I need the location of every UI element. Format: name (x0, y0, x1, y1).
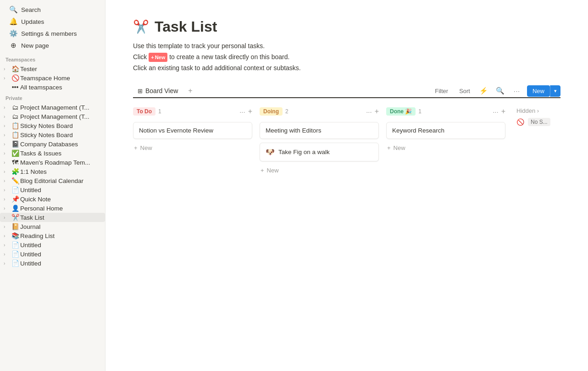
card-card-1[interactable]: Notion vs Evernote Review (133, 122, 252, 139)
sidebar-item-maven-roadmap[interactable]: › 🗺 Maven's Roadmap Tem... (0, 158, 105, 167)
sidebar-item-task-list[interactable]: › ✂️ Task List (0, 213, 105, 222)
sidebar-item-tester[interactable]: › 🏠 Tester (0, 64, 105, 73)
chevron-icon: › (4, 76, 10, 81)
add-card-doing[interactable]: + New (260, 165, 379, 176)
column-menu-doing[interactable]: ··· (366, 108, 372, 116)
sidebar-items-list: › 🗂 Project Management (T... › 🗂 Project… (0, 103, 105, 268)
item-label: Untitled (20, 187, 103, 194)
sidebar-item-quick-note[interactable]: › 📌 Quick Note (0, 194, 105, 204)
item-label: Sticky Notes Board (20, 122, 103, 129)
column-add-done[interactable]: + (501, 107, 505, 116)
item-label: Project Management (T... (20, 104, 103, 111)
chevron-icon: › (4, 233, 10, 238)
sidebar-item-project-mgmt-2[interactable]: › 🗂 Project Management (T... (0, 112, 105, 121)
page-description: Use this template to track your personal… (133, 41, 560, 73)
sidebar-item-settings[interactable]: ⚙️ Settings & members (4, 28, 101, 39)
page-icon: ✂️ (133, 19, 149, 34)
settings-icon: ⚙️ (9, 29, 17, 38)
sidebar-item-1on1-notes[interactable]: › 🧩 1:1 Notes (0, 167, 105, 176)
sidebar-item-personal-home[interactable]: › 👤 Personal Home (0, 204, 105, 213)
item-icon: 🗂 (10, 104, 20, 111)
hidden-column-header: Hidden › (513, 105, 560, 116)
sidebar-item-sticky-notes-2[interactable]: › 📋 Sticky Notes Board (0, 130, 105, 139)
chevron-icon: › (4, 215, 10, 220)
chevron-icon: › (4, 252, 10, 257)
sidebar-item-company-db[interactable]: › 📓 Company Databases (0, 139, 105, 149)
card-title: Keyword Research (392, 127, 444, 134)
chevron-icon: › (4, 261, 10, 266)
chevron-icon: › (4, 142, 10, 147)
card-title: Notion vs Evernote Review (139, 127, 213, 134)
new-button-group: New ▾ (527, 85, 560, 97)
item-icon: 📋 (10, 131, 20, 138)
column-count-doing: 2 (285, 108, 288, 115)
add-card-todo[interactable]: + New (133, 143, 252, 153)
desc-line2: Click + New to create a new task directl… (133, 52, 560, 63)
column-header-done: Done 🎉 1 ··· + (386, 105, 505, 117)
sidebar-item-journal[interactable]: › 📔 Journal (0, 222, 105, 231)
teamspaces-label: Teamspaces (0, 53, 105, 64)
column-count-todo: 1 (158, 108, 161, 115)
add-icon: + (261, 167, 264, 174)
sidebar: 🔍 Search 🔔 Updates ⚙️ Settings & members… (0, 0, 105, 371)
sidebar-item-new-page[interactable]: ⊕ New page (4, 39, 101, 51)
sidebar-item-all-teamspaces[interactable]: ••• All teamspaces (0, 83, 105, 92)
card-emoji: 🐶 (266, 148, 275, 156)
sidebar-item-untitled-1[interactable]: › 📄 Untitled (0, 185, 105, 194)
column-header-doing: Doing 2 ··· + (260, 105, 379, 117)
item-icon: 📋 (10, 122, 20, 129)
new-button-arrow[interactable]: ▾ (550, 85, 560, 97)
new-button[interactable]: New (527, 85, 550, 97)
sidebar-item-reading-list[interactable]: › 📚 Reading List (0, 231, 105, 240)
column-add-todo[interactable]: + (248, 107, 252, 116)
sidebar-item-project-mgmt-1[interactable]: › 🗂 Project Management (T... (0, 103, 105, 112)
chevron-icon: › (4, 243, 10, 248)
chevron-icon: › (4, 123, 10, 128)
card-card-2[interactable]: Meeting with Editors (260, 122, 379, 139)
sidebar-item-untitled-4[interactable]: › 📄 Untitled (0, 259, 105, 268)
sidebar-item-sticky-notes-1[interactable]: › 📋 Sticky Notes Board (0, 121, 105, 130)
item-icon: 🗂 (10, 113, 20, 120)
more-button[interactable]: ··· (510, 84, 523, 97)
teamspace-home-icon: 🚫 (10, 74, 20, 82)
item-label: Tasks & Issues (20, 150, 103, 157)
sidebar-item-updates[interactable]: 🔔 Updates (4, 16, 101, 28)
search-button[interactable]: 🔍 (494, 84, 507, 97)
item-label: Reading List (20, 233, 103, 239)
item-icon: 📄 (10, 241, 20, 249)
item-icon: 🧩 (10, 168, 20, 175)
chevron-icon: › (4, 151, 10, 156)
sidebar-item-search[interactable]: 🔍 Search (4, 4, 101, 16)
item-label: Blog Editorial Calendar (20, 177, 103, 184)
card-card-3[interactable]: 🐶 Take Fig on a walk (260, 143, 379, 161)
add-view-button[interactable]: + (184, 85, 196, 97)
lightning-button[interactable]: ⚡ (477, 84, 490, 97)
no-s-icon: 🚫 (516, 118, 524, 126)
board-view-tab[interactable]: ⊞ Board View (133, 84, 183, 98)
chevron-icon: › (4, 160, 10, 165)
sidebar-item-untitled-2[interactable]: › 📄 Untitled (0, 240, 105, 249)
sort-button[interactable]: Sort (455, 86, 474, 96)
card-card-4[interactable]: Keyword Research (386, 122, 505, 139)
sidebar-item-tasks-issues[interactable]: › ✅ Tasks & Issues (0, 149, 105, 158)
item-icon: 📔 (10, 223, 20, 230)
item-icon: ✏️ (10, 177, 20, 184)
updates-icon: 🔔 (9, 17, 17, 26)
all-teamspaces-icon: ••• (10, 83, 20, 91)
desc-line1: Use this template to track your personal… (133, 41, 560, 52)
board: To Do 1 ··· + Notion vs Evernote Review … (133, 105, 560, 176)
column-menu-done[interactable]: ··· (493, 108, 499, 116)
column-add-doing[interactable]: + (375, 107, 379, 116)
item-label: Quick Note (20, 196, 103, 203)
sidebar-item-teamspace-home[interactable]: › 🚫 Teamspace Home (0, 73, 105, 83)
sidebar-item-untitled-3[interactable]: › 📄 Untitled (0, 249, 105, 259)
item-label: Personal Home (20, 205, 103, 212)
page-header: ✂️ Task List (133, 18, 560, 35)
column-menu-todo[interactable]: ··· (239, 108, 245, 116)
add-icon: + (387, 144, 391, 151)
chevron-icon: › (4, 105, 10, 110)
chevron-icon: › (4, 188, 10, 193)
add-card-done[interactable]: + New (386, 143, 505, 153)
sidebar-item-blog-calendar[interactable]: › ✏️ Blog Editorial Calendar (0, 176, 105, 185)
filter-button[interactable]: Filter (431, 86, 452, 96)
